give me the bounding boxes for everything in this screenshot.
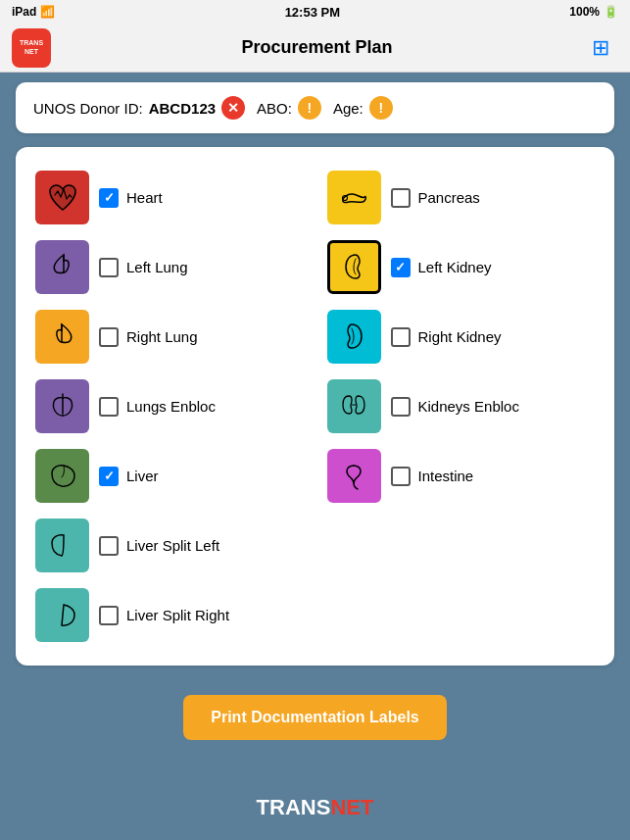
right-lung-check-row: Right Lung <box>99 327 198 347</box>
list-item: Right Kidney <box>323 302 600 371</box>
list-item: Kidneys Enbloc <box>323 371 600 441</box>
footer-net: NET <box>330 795 373 819</box>
intestine-checkbox[interactable] <box>391 467 411 486</box>
heart-check-row: Heart <box>99 188 163 208</box>
intestine-check-row: Intestine <box>391 467 474 486</box>
list-item: Liver Split Left <box>31 511 308 580</box>
right-lung-label: Right Lung <box>126 328 198 345</box>
pancreas-check-row: Pancreas <box>391 188 480 208</box>
footer: TRANSNET <box>0 795 630 820</box>
age-warning-icon[interactable]: ! <box>369 96 393 120</box>
list-item: Liver Split Right <box>31 580 308 650</box>
list-item: Right Lung <box>31 302 308 371</box>
pancreas-icon-box <box>327 171 381 224</box>
print-documentation-labels-button[interactable]: Print Documentation Labels <box>183 695 446 740</box>
list-item: Lungs Enbloc <box>31 371 308 441</box>
right-kidney-icon-box <box>327 310 381 364</box>
organs-right-column: Pancreas Left Kidney <box>323 163 600 650</box>
heart-icon-box <box>35 171 89 224</box>
list-item: Heart <box>31 163 308 232</box>
right-kidney-label: Right Kidney <box>418 328 502 345</box>
donor-error-icon[interactable]: ✕ <box>221 96 245 120</box>
left-kidney-icon-box <box>327 240 381 294</box>
right-lung-icon-box <box>35 310 89 364</box>
nav-title: Procurement Plan <box>241 37 392 58</box>
liver-split-right-check-row: Liver Split Right <box>99 606 229 625</box>
organs-left-column: Heart Left Lung <box>31 163 308 650</box>
kidneys-enbloc-label: Kidneys Enbloc <box>418 398 519 415</box>
right-kidney-check-row: Right Kidney <box>391 327 502 347</box>
liver-split-right-label: Liver Split Right <box>126 607 229 623</box>
list-item: Intestine <box>323 441 600 511</box>
status-bar: iPad 📶 12:53 PM 100% 🔋 <box>0 0 630 24</box>
left-lung-icon-box <box>35 240 89 294</box>
main-content: UNOS Donor ID: ABCD123 ✕ ABO: ! Age: ! <box>0 73 630 750</box>
left-kidney-checkbox[interactable] <box>391 258 411 277</box>
liver-check-row: Liver <box>99 467 159 486</box>
abo-label: ABO: <box>257 100 292 117</box>
pancreas-label: Pancreas <box>418 189 480 206</box>
lungs-enbloc-label: Lungs Enbloc <box>126 398 216 415</box>
liver-split-left-icon-box <box>35 519 89 572</box>
age-field: Age: ! <box>333 96 393 120</box>
left-lung-label: Left Lung <box>126 259 188 275</box>
menu-icon[interactable]: ⊞ <box>583 30 618 66</box>
intestine-label: Intestine <box>418 468 474 484</box>
donor-id-label: UNOS Donor ID: <box>33 100 143 117</box>
organs-card: Heart Left Lung <box>16 147 614 666</box>
kidneys-enbloc-icon-box <box>327 379 381 433</box>
donor-id-field: UNOS Donor ID: ABCD123 ✕ <box>33 96 245 120</box>
liver-split-right-checkbox[interactable] <box>99 606 119 625</box>
intestine-icon-box <box>327 449 381 503</box>
left-lung-checkbox[interactable] <box>99 258 119 277</box>
list-item: Pancreas <box>323 163 600 232</box>
organs-layout: Heart Left Lung <box>31 163 599 650</box>
liver-icon-box <box>35 449 89 503</box>
status-left: iPad 📶 <box>12 5 55 19</box>
list-item: Liver <box>31 441 308 511</box>
right-lung-checkbox[interactable] <box>99 327 119 347</box>
nav-bar: TRANSNET Procurement Plan ⊞ <box>0 24 630 73</box>
heart-label: Heart <box>126 189 163 206</box>
wifi-icon: 📶 <box>40 5 55 19</box>
footer-trans: TRANS <box>257 795 331 819</box>
left-kidney-label: Left Kidney <box>418 259 492 275</box>
liver-split-right-icon-box <box>35 588 89 642</box>
list-item: Left Kidney <box>323 232 600 302</box>
status-time: 12:53 PM <box>285 5 340 20</box>
age-label: Age: <box>333 100 363 117</box>
heart-checkbox[interactable] <box>99 188 119 208</box>
right-kidney-checkbox[interactable] <box>391 327 411 347</box>
liver-label: Liver <box>126 468 159 484</box>
status-right: 100% 🔋 <box>569 5 618 19</box>
kidneys-enbloc-checkbox[interactable] <box>391 397 411 417</box>
battery-icon: 🔋 <box>604 5 618 19</box>
liver-split-left-checkbox[interactable] <box>99 536 119 556</box>
carrier-label: iPad <box>12 5 36 19</box>
lungs-enbloc-icon-box <box>35 379 89 433</box>
kidneys-enbloc-check-row: Kidneys Enbloc <box>391 397 519 417</box>
liver-checkbox[interactable] <box>99 467 119 486</box>
left-kidney-check-row: Left Kidney <box>391 258 492 277</box>
lungs-enbloc-checkbox[interactable] <box>99 397 119 417</box>
abo-field: ABO: ! <box>257 96 321 120</box>
app-logo: TRANSNET <box>12 28 51 68</box>
header-card: UNOS Donor ID: ABCD123 ✕ ABO: ! Age: ! <box>16 82 614 133</box>
liver-split-left-label: Liver Split Left <box>126 537 219 554</box>
donor-id-value: ABCD123 <box>149 100 216 117</box>
battery-label: 100% <box>569 5 600 19</box>
abo-warning-icon[interactable]: ! <box>298 96 321 120</box>
liver-split-left-check-row: Liver Split Left <box>99 536 219 556</box>
lungs-enbloc-check-row: Lungs Enbloc <box>99 397 216 417</box>
left-lung-check-row: Left Lung <box>99 258 188 277</box>
list-item: Left Lung <box>31 232 308 302</box>
pancreas-checkbox[interactable] <box>391 188 411 208</box>
print-button-container: Print Documentation Labels <box>16 695 614 740</box>
